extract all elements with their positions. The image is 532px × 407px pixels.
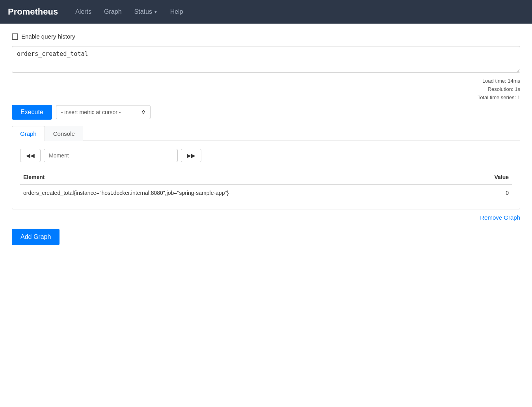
tab-console[interactable]: Console — [45, 126, 83, 141]
time-back-button[interactable]: ◀◀ — [20, 149, 41, 162]
remove-row: Remove Graph — [12, 214, 520, 221]
table-header: Element Value — [20, 170, 512, 185]
load-time-stat: Load time: 14ms — [478, 77, 520, 85]
navbar: Prometheus Alerts Graph Status ▼ Help — [0, 0, 532, 24]
stats-text: Load time: 14ms Resolution: 1s Total tim… — [478, 77, 520, 102]
col-element: Element — [20, 170, 468, 185]
controls-row: Execute - insert metric at cursor - — [12, 105, 520, 120]
value-cell: 0 — [468, 185, 512, 201]
remove-graph-link[interactable]: Remove Graph — [480, 214, 520, 221]
query-input[interactable]: orders_created_total — [12, 46, 520, 73]
resolution-stat: Resolution: 1s — [478, 85, 520, 94]
tabs-row: Graph Console — [12, 126, 520, 141]
element-cell: orders_created_total{instance="host.dock… — [20, 185, 468, 201]
stats-row: Load time: 14ms Resolution: 1s Total tim… — [12, 77, 520, 102]
status-dropdown-icon: ▼ — [154, 10, 158, 14]
nav-links: Alerts Graph Status ▼ Help — [70, 5, 189, 18]
time-controls: ◀◀ ▶▶ — [20, 149, 512, 162]
table-header-row: Element Value — [20, 170, 512, 185]
add-graph-button[interactable]: Add Graph — [12, 229, 60, 245]
nav-status-label: Status — [134, 8, 152, 15]
brand-logo[interactable]: Prometheus — [8, 7, 58, 17]
time-forward-button[interactable]: ▶▶ — [181, 149, 201, 162]
total-time-series-stat: Total time series: 1 — [478, 94, 520, 102]
nav-status[interactable]: Status ▼ — [129, 5, 163, 18]
execute-button[interactable]: Execute — [12, 105, 52, 120]
main-content: Enable query history orders_created_tota… — [0, 24, 532, 255]
col-value: Value — [468, 170, 512, 185]
nav-graph[interactable]: Graph — [99, 5, 127, 18]
table-body: orders_created_total{instance="host.dock… — [20, 185, 512, 201]
metric-select[interactable]: - insert metric at cursor - — [56, 105, 151, 119]
panel-content: ◀◀ ▶▶ Element Value orders_created_total… — [12, 141, 520, 209]
table-row: orders_created_total{instance="host.dock… — [20, 185, 512, 201]
nav-alerts[interactable]: Alerts — [70, 5, 97, 18]
query-history-label[interactable]: Enable query history — [21, 33, 75, 40]
results-table: Element Value orders_created_total{insta… — [20, 170, 512, 201]
query-history-checkbox[interactable] — [12, 33, 18, 40]
moment-input[interactable] — [44, 149, 178, 162]
nav-help[interactable]: Help — [165, 5, 189, 18]
query-history-row: Enable query history — [12, 33, 520, 40]
tab-graph[interactable]: Graph — [12, 126, 45, 141]
